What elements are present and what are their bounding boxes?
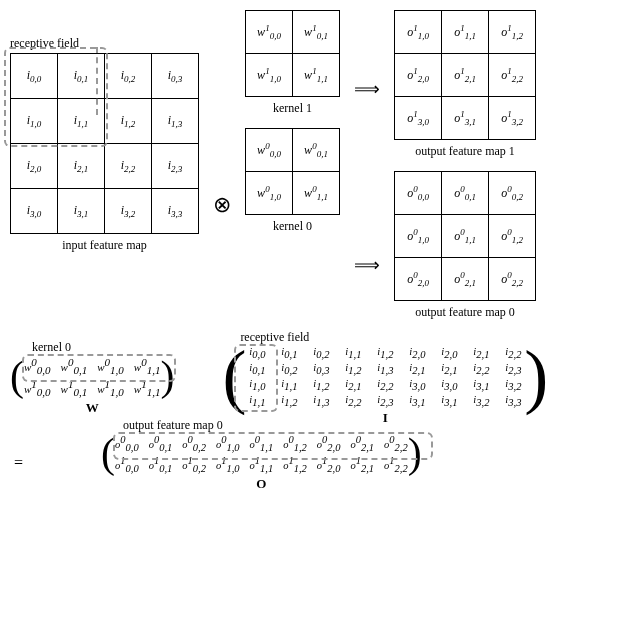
matrix-cell: w01,0 bbox=[97, 356, 124, 376]
matrix-cell: i2,2 bbox=[502, 346, 524, 360]
matrix-cell: i0,1 bbox=[246, 362, 268, 376]
kernel1-label: kernel 1 bbox=[273, 101, 312, 116]
grid-cell: i0,2 bbox=[105, 54, 152, 99]
grid-cell: o13,0 bbox=[395, 97, 442, 140]
kernel0-block: w00,0w00,1w01,0w01,1 kernel 0 bbox=[245, 128, 340, 234]
matrix-cell: i2,0 bbox=[406, 346, 428, 360]
matrix-cell: i0,1 bbox=[278, 346, 300, 360]
W-matrix: w00,0w00,1w01,0w01,1w10,0w10,1w11,0w11,1 bbox=[24, 356, 160, 398]
matrix-cell: w10,0 bbox=[24, 378, 51, 398]
matrix-cell: i3,2 bbox=[502, 378, 524, 392]
grid-cell: i3,3 bbox=[152, 189, 199, 234]
matrix-row-O: = output feature map 0 ( o00,0o00,1o00,2… bbox=[14, 434, 630, 491]
matrix-cell: w10,1 bbox=[61, 378, 88, 398]
grid-cell: o13,2 bbox=[489, 97, 536, 140]
arrow-1: ⟹ bbox=[354, 78, 380, 100]
lparen-I: ( bbox=[222, 348, 246, 406]
I-label: I bbox=[383, 410, 388, 426]
matrix-cell: o01,0 bbox=[216, 434, 240, 453]
O-block: output feature map 0 ( o00,0o00,1o00,2o0… bbox=[101, 434, 422, 491]
matrix-cell: i1,1 bbox=[246, 394, 268, 408]
output1-label: output feature map 1 bbox=[415, 144, 515, 159]
matrix-cell: o02,0 bbox=[317, 434, 341, 453]
matrix-cell: i2,2 bbox=[470, 362, 492, 376]
matrix-cell: o10,2 bbox=[182, 455, 206, 474]
matrix-cell: i2,2 bbox=[342, 394, 364, 408]
matrix-cell: i1,2 bbox=[342, 362, 364, 376]
matrix-cell: o12,2 bbox=[384, 455, 408, 474]
O-matrix: o00,0o00,1o00,2o01,0o01,1o01,2o02,0o02,1… bbox=[115, 434, 408, 473]
matrix-cell: o11,0 bbox=[216, 455, 240, 474]
matrix-cell: i2,3 bbox=[374, 394, 396, 408]
matrix-cell: o01,2 bbox=[283, 434, 307, 453]
grid-cell: o01,0 bbox=[395, 215, 442, 258]
kernel0-annot: kernel 0 bbox=[32, 340, 71, 355]
receptive-field-label-top: receptive field bbox=[10, 36, 79, 51]
matrix-cell: i1,1 bbox=[342, 346, 364, 360]
matrix-cell: o11,1 bbox=[250, 455, 274, 474]
grid-cell: o11,1 bbox=[442, 11, 489, 54]
matrix-cell: i1,0 bbox=[246, 378, 268, 392]
conv-symbol: ⊗ bbox=[213, 192, 231, 218]
input-map-block: receptive field i0,0i0,1i0,2i0,3i1,0i1,1… bbox=[10, 36, 199, 253]
kernel1-grid: w10,0w10,1w11,0w11,1 bbox=[245, 10, 340, 97]
matrix-cell: i1,2 bbox=[310, 378, 332, 392]
grid-cell: w00,0 bbox=[246, 129, 293, 172]
grid-cell: o02,2 bbox=[489, 258, 536, 301]
out0-annot: output feature map 0 bbox=[123, 418, 223, 433]
grid-cell: i2,2 bbox=[105, 144, 152, 189]
matrix-cell: o01,1 bbox=[250, 434, 274, 453]
matrix-cell: i0,2 bbox=[278, 362, 300, 376]
I-block: receptive field ( i0,0i0,1i0,2i1,1i1,2i2… bbox=[222, 346, 548, 426]
matrix-cell: i1,3 bbox=[374, 362, 396, 376]
matrix-cell: o02,2 bbox=[384, 434, 408, 453]
grid-cell: o02,0 bbox=[395, 258, 442, 301]
grid-cell: i1,1 bbox=[58, 99, 105, 144]
rparen-O: ) bbox=[408, 437, 422, 471]
output1-grid: o11,0o11,1o11,2o12,0o12,1o12,2o13,0o13,1… bbox=[394, 10, 536, 140]
matrix-cell: i2,1 bbox=[406, 362, 428, 376]
grid-cell: i0,0 bbox=[11, 54, 58, 99]
grid-cell: w01,0 bbox=[246, 172, 293, 215]
kernel0-grid: w00,0w00,1w01,0w01,1 bbox=[245, 128, 340, 215]
grid-cell: o12,0 bbox=[395, 54, 442, 97]
matrix-cell: o11,2 bbox=[283, 455, 307, 474]
grid-cell: w10,1 bbox=[293, 11, 340, 54]
matrix-cell: w00,1 bbox=[61, 356, 88, 376]
matrix-cell: o10,0 bbox=[115, 455, 139, 474]
matrix-cell: o00,1 bbox=[149, 434, 173, 453]
matrix-cell: o10,1 bbox=[149, 455, 173, 474]
grid-cell: i1,2 bbox=[105, 99, 152, 144]
W-block: kernel 0 ( w00,0w00,1w01,0w01,1w10,0w10,… bbox=[10, 356, 174, 416]
output0-label: output feature map 0 bbox=[415, 305, 515, 320]
rparen-W: ) bbox=[160, 360, 174, 394]
matrix-cell: i3,3 bbox=[502, 394, 524, 408]
arrow-column: ⟹ ⟹ bbox=[354, 10, 380, 310]
grid-cell: i3,0 bbox=[11, 189, 58, 234]
receptive-annot: receptive field bbox=[240, 330, 309, 345]
grid-cell: o02,1 bbox=[442, 258, 489, 301]
matrix-cell: i1,2 bbox=[278, 394, 300, 408]
grid-cell: w10,0 bbox=[246, 11, 293, 54]
kernel0-label: kernel 0 bbox=[273, 219, 312, 234]
grid-cell: w00,1 bbox=[293, 129, 340, 172]
O-label: O bbox=[256, 476, 266, 492]
grid-cell: i3,2 bbox=[105, 189, 152, 234]
matrix-cell: w11,0 bbox=[97, 378, 124, 398]
grid-cell: i2,0 bbox=[11, 144, 58, 189]
grid-cell: w11,1 bbox=[293, 54, 340, 97]
matrix-cell: i1,2 bbox=[374, 346, 396, 360]
matrix-cell: o02,1 bbox=[350, 434, 374, 453]
matrix-cell: i0,3 bbox=[310, 362, 332, 376]
matrix-cell: o12,1 bbox=[350, 455, 374, 474]
grid-cell: o00,2 bbox=[489, 172, 536, 215]
grid-cell: o12,1 bbox=[442, 54, 489, 97]
output1-block: o11,0o11,1o11,2o12,0o12,1o12,2o13,0o13,1… bbox=[394, 10, 536, 159]
I-matrix: i0,0i0,1i0,2i1,1i1,2i2,0i2,0i2,1i2,2i0,1… bbox=[246, 346, 524, 408]
grid-cell: i2,3 bbox=[152, 144, 199, 189]
grid-cell: i2,1 bbox=[58, 144, 105, 189]
grid-cell: i0,3 bbox=[152, 54, 199, 99]
matrix-cell: i0,2 bbox=[310, 346, 332, 360]
kernels-column: w10,0w10,1w11,0w11,1 kernel 1 w00,0w00,1… bbox=[245, 10, 340, 234]
grid-cell: i1,3 bbox=[152, 99, 199, 144]
